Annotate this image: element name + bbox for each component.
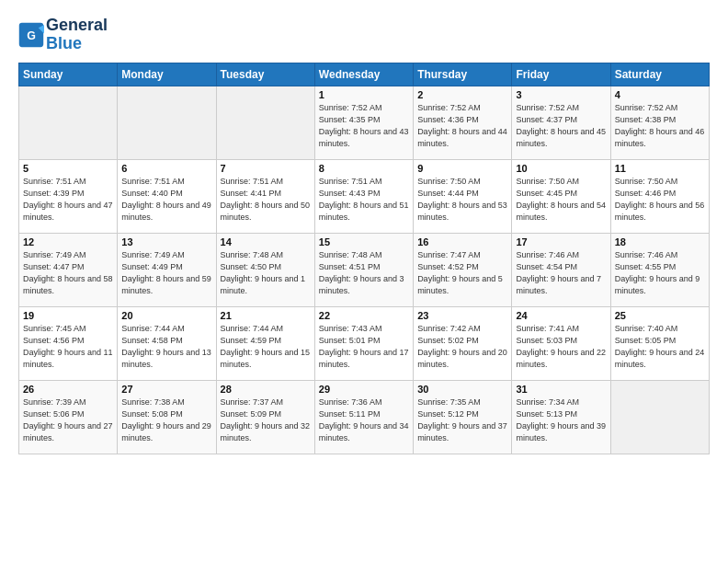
logo-blue: Blue [46,35,108,53]
calendar-week-4: 19Sunrise: 7:45 AM Sunset: 4:56 PM Dayli… [19,306,710,380]
weekday-header-tuesday: Tuesday [216,63,314,86]
day-info: Sunrise: 7:40 AM Sunset: 5:05 PM Dayligh… [615,323,705,371]
calendar-cell: 13Sunrise: 7:49 AM Sunset: 4:49 PM Dayli… [118,233,216,306]
calendar-cell: 18Sunrise: 7:46 AM Sunset: 4:55 PM Dayli… [610,233,709,306]
day-info: Sunrise: 7:47 AM Sunset: 4:52 PM Dayligh… [417,249,507,297]
day-info: Sunrise: 7:39 AM Sunset: 5:06 PM Dayligh… [23,396,113,444]
day-info: Sunrise: 7:52 AM Sunset: 4:38 PM Dayligh… [615,102,705,150]
svg-text:G: G [27,29,36,41]
calendar-cell: 2Sunrise: 7:52 AM Sunset: 4:36 PM Daylig… [414,86,512,159]
day-info: Sunrise: 7:37 AM Sunset: 5:09 PM Dayligh… [221,396,311,444]
day-number: 13 [121,236,211,247]
calendar-cell: 7Sunrise: 7:51 AM Sunset: 4:41 PM Daylig… [216,159,314,233]
day-number: 16 [417,236,507,247]
day-info: Sunrise: 7:45 AM Sunset: 4:56 PM Dayligh… [23,323,113,371]
day-info: Sunrise: 7:44 AM Sunset: 4:59 PM Dayligh… [221,323,311,371]
day-number: 4 [615,89,705,100]
day-info: Sunrise: 7:44 AM Sunset: 4:58 PM Dayligh… [121,323,211,371]
calendar-cell: 12Sunrise: 7:49 AM Sunset: 4:47 PM Dayli… [19,233,118,306]
calendar-cell: 6Sunrise: 7:51 AM Sunset: 4:40 PM Daylig… [118,159,216,233]
day-info: Sunrise: 7:50 AM Sunset: 4:45 PM Dayligh… [516,176,606,224]
day-number: 21 [221,310,311,321]
day-info: Sunrise: 7:38 AM Sunset: 5:08 PM Dayligh… [121,396,211,444]
day-number: 1 [319,89,409,100]
day-number: 8 [319,163,409,174]
header: G General Blue [18,17,710,53]
calendar-cell: 30Sunrise: 7:35 AM Sunset: 5:12 PM Dayli… [414,380,512,454]
logo-icon: G [18,22,44,48]
day-info: Sunrise: 7:50 AM Sunset: 4:44 PM Dayligh… [417,176,507,224]
day-info: Sunrise: 7:48 AM Sunset: 4:50 PM Dayligh… [221,249,311,297]
logo-general: General [46,17,108,35]
day-number: 31 [516,384,606,395]
calendar-cell [610,380,709,454]
day-info: Sunrise: 7:34 AM Sunset: 5:13 PM Dayligh… [516,396,606,444]
day-number: 2 [417,89,507,100]
calendar-cell: 22Sunrise: 7:43 AM Sunset: 5:01 PM Dayli… [314,306,413,380]
day-info: Sunrise: 7:46 AM Sunset: 4:55 PM Dayligh… [615,249,705,297]
day-number: 18 [615,236,705,247]
day-info: Sunrise: 7:43 AM Sunset: 5:01 PM Dayligh… [319,323,409,371]
day-number: 24 [516,310,606,321]
logo: G General Blue [18,17,108,53]
calendar-body: 1Sunrise: 7:52 AM Sunset: 4:35 PM Daylig… [19,86,710,454]
day-info: Sunrise: 7:52 AM Sunset: 4:36 PM Dayligh… [417,102,507,150]
weekday-header-saturday: Saturday [610,63,709,86]
day-number: 12 [23,236,113,247]
day-info: Sunrise: 7:46 AM Sunset: 4:54 PM Dayligh… [516,249,606,297]
calendar-cell: 21Sunrise: 7:44 AM Sunset: 4:59 PM Dayli… [216,306,314,380]
calendar-header: SundayMondayTuesdayWednesdayThursdayFrid… [19,63,710,86]
day-number: 15 [319,236,409,247]
day-number: 23 [417,310,507,321]
calendar-cell: 1Sunrise: 7:52 AM Sunset: 4:35 PM Daylig… [314,86,413,159]
calendar-cell: 17Sunrise: 7:46 AM Sunset: 4:54 PM Dayli… [512,233,610,306]
day-info: Sunrise: 7:49 AM Sunset: 4:47 PM Dayligh… [23,249,113,297]
day-info: Sunrise: 7:51 AM Sunset: 4:41 PM Dayligh… [221,176,311,224]
day-info: Sunrise: 7:52 AM Sunset: 4:35 PM Dayligh… [319,102,409,150]
calendar-cell: 26Sunrise: 7:39 AM Sunset: 5:06 PM Dayli… [19,380,118,454]
day-number: 30 [417,384,507,395]
day-number: 25 [615,310,705,321]
calendar-week-2: 5Sunrise: 7:51 AM Sunset: 4:39 PM Daylig… [19,159,710,233]
calendar-cell [216,86,314,159]
calendar-cell: 28Sunrise: 7:37 AM Sunset: 5:09 PM Dayli… [216,380,314,454]
calendar-table: SundayMondayTuesdayWednesdayThursdayFrid… [18,63,710,454]
calendar-cell: 5Sunrise: 7:51 AM Sunset: 4:39 PM Daylig… [19,159,118,233]
day-number: 14 [221,236,311,247]
day-info: Sunrise: 7:50 AM Sunset: 4:46 PM Dayligh… [615,176,705,224]
weekday-header-friday: Friday [512,63,610,86]
weekday-header-thursday: Thursday [414,63,512,86]
weekday-header-monday: Monday [118,63,216,86]
day-info: Sunrise: 7:51 AM Sunset: 4:40 PM Dayligh… [121,176,211,224]
calendar-week-3: 12Sunrise: 7:49 AM Sunset: 4:47 PM Dayli… [19,233,710,306]
calendar-cell: 8Sunrise: 7:51 AM Sunset: 4:43 PM Daylig… [314,159,413,233]
calendar-cell: 19Sunrise: 7:45 AM Sunset: 4:56 PM Dayli… [19,306,118,380]
day-number: 3 [516,89,606,100]
calendar-cell: 24Sunrise: 7:41 AM Sunset: 5:03 PM Dayli… [512,306,610,380]
day-info: Sunrise: 7:36 AM Sunset: 5:11 PM Dayligh… [319,396,409,444]
day-number: 5 [23,163,113,174]
calendar-cell: 20Sunrise: 7:44 AM Sunset: 4:58 PM Dayli… [118,306,216,380]
calendar-cell: 25Sunrise: 7:40 AM Sunset: 5:05 PM Dayli… [610,306,709,380]
calendar-cell: 29Sunrise: 7:36 AM Sunset: 5:11 PM Dayli… [314,380,413,454]
weekday-header-row: SundayMondayTuesdayWednesdayThursdayFrid… [19,63,710,86]
calendar-cell [19,86,118,159]
day-number: 6 [121,163,211,174]
day-number: 26 [23,384,113,395]
calendar-cell: 10Sunrise: 7:50 AM Sunset: 4:45 PM Dayli… [512,159,610,233]
calendar-cell: 15Sunrise: 7:48 AM Sunset: 4:51 PM Dayli… [314,233,413,306]
calendar-cell: 11Sunrise: 7:50 AM Sunset: 4:46 PM Dayli… [610,159,709,233]
day-number: 29 [319,384,409,395]
weekday-header-sunday: Sunday [19,63,118,86]
calendar-cell: 4Sunrise: 7:52 AM Sunset: 4:38 PM Daylig… [610,86,709,159]
day-number: 19 [23,310,113,321]
day-number: 27 [121,384,211,395]
calendar-cell: 9Sunrise: 7:50 AM Sunset: 4:44 PM Daylig… [414,159,512,233]
day-info: Sunrise: 7:49 AM Sunset: 4:49 PM Dayligh… [121,249,211,297]
calendar-cell [118,86,216,159]
day-number: 7 [221,163,311,174]
day-info: Sunrise: 7:51 AM Sunset: 4:39 PM Dayligh… [23,176,113,224]
day-number: 22 [319,310,409,321]
calendar-cell: 3Sunrise: 7:52 AM Sunset: 4:37 PM Daylig… [512,86,610,159]
calendar-cell: 14Sunrise: 7:48 AM Sunset: 4:50 PM Dayli… [216,233,314,306]
